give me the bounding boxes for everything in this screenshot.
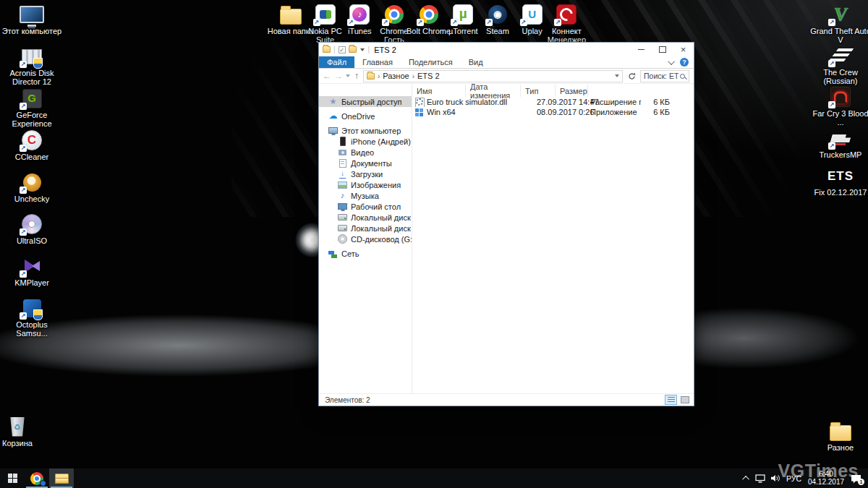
ribbon-tab[interactable]: Главная — [354, 56, 401, 68]
desktop-icon[interactable]: GeForce Experience — [0, 87, 64, 129]
close-button[interactable]: × — [673, 43, 694, 56]
tray-expand-icon[interactable] — [742, 476, 749, 483]
column-header[interactable]: Размер — [556, 85, 588, 97]
sidebar-item[interactable]: OneDrive — [319, 111, 412, 121]
maximize-button[interactable] — [652, 43, 673, 56]
history-dropdown-icon[interactable] — [346, 74, 350, 77]
volume-icon[interactable] — [771, 474, 780, 482]
desktop-icon[interactable]: KMPlayer — [0, 255, 64, 297]
clock-time: 6:40 — [807, 471, 845, 479]
desktop-icon[interactable]: The Crew (Russian) — [809, 45, 868, 86]
breadcrumb-item[interactable]: ›Разное — [378, 72, 409, 80]
shortcut-arrow-icon — [451, 19, 458, 26]
farcry-icon — [828, 86, 853, 108]
network-icon[interactable] — [755, 474, 765, 483]
ribbon-tab[interactable]: Поделиться — [401, 56, 461, 68]
start-button[interactable] — [0, 468, 25, 488]
refresh-icon[interactable] — [626, 70, 637, 82]
sidebar-item[interactable]: Быстрый доступ — [319, 96, 412, 107]
acronis-icon — [20, 46, 44, 67]
desktop-icon[interactable]: UltraISO — [0, 213, 64, 255]
breadcrumb-folder-icon — [367, 73, 375, 80]
chrome-icon — [382, 4, 407, 25]
clock[interactable]: 6:40 04.12.2017 — [807, 471, 845, 486]
desktop-icon-label: CCleaner — [1, 153, 63, 161]
desktop-icon[interactable]: Unchecky — [0, 171, 64, 213]
file-date: 08.09.2017 0:26 — [532, 108, 586, 116]
sidebar-item[interactable]: iPhone (Андрей) — [319, 136, 412, 147]
large-icons-view-button[interactable] — [678, 395, 691, 405]
sidebar-item[interactable]: Документы — [319, 158, 412, 168]
properties-icon[interactable] — [339, 46, 346, 53]
breadcrumb-item[interactable]: ›ETS 2 — [412, 72, 440, 80]
desktop-icon[interactable]: Grand Theft Auto V — [809, 4, 868, 45]
action-center-icon[interactable]: 1 — [851, 474, 862, 484]
sidebar-item[interactable]: Видео — [319, 147, 412, 158]
details-view-button[interactable] — [665, 395, 677, 405]
address-breadcrumb[interactable]: ›Разное ›ETS 2 — [363, 70, 623, 82]
this-pc-icon — [328, 126, 338, 135]
desktop-icon[interactable]: Chrome Гость — [377, 4, 412, 44]
sidebar-item[interactable]: Локальный диск (E:) — [319, 223, 412, 234]
up-button-icon[interactable]: ↑ — [354, 71, 359, 81]
sidebar-item[interactable]: Музыка — [319, 190, 412, 201]
column-header[interactable]: Дата изменения — [466, 85, 521, 97]
address-dropdown-icon[interactable] — [615, 74, 619, 77]
desktop-icon[interactable]: Acronis Disk Director 12 — [0, 46, 64, 87]
sidebar-item[interactable]: Изображения — [319, 179, 412, 190]
new-folder-icon[interactable] — [349, 46, 357, 53]
quick-access-icon — [328, 97, 338, 106]
qat-separator: | — [368, 46, 370, 53]
shortcut-arrow-icon — [485, 19, 493, 26]
sidebar-item[interactable]: Сеть — [319, 248, 412, 259]
sidebar-item[interactable]: Загрузки — [319, 168, 412, 179]
drive-icon — [338, 213, 347, 222]
misc-folder[interactable]: Разное — [820, 420, 861, 452]
sidebar-item[interactable]: Этот компьютер — [319, 125, 412, 136]
shortcut-arrow-icon — [20, 270, 27, 278]
file-row[interactable]: Win x64 08.09.2017 0:26 Приложение 6 КБ — [412, 107, 694, 117]
help-icon[interactable]: ? — [680, 58, 689, 67]
window-controls: × — [631, 43, 694, 56]
qat-dropdown-icon[interactable] — [360, 48, 365, 51]
back-button-icon[interactable]: ← — [323, 71, 331, 81]
ribbon-tabs: Файл Главная Поделиться Вид ? — [319, 56, 694, 69]
ets-shortcut-label[interactable]: Fix 02.12.2017 — [803, 188, 868, 197]
uplay-icon — [520, 4, 545, 25]
language-indicator[interactable]: РУС — [786, 474, 801, 483]
sidebar-item-label: iPhone (Андрей) — [351, 137, 411, 146]
file-row[interactable]: Euro truck simulator.dll 27.09.2017 14:4… — [412, 97, 694, 107]
desktop-icon[interactable]: Octoplus Samsu... — [0, 297, 64, 339]
desktop-icon-label: Разное — [820, 443, 861, 452]
desktop-icon[interactable]: Коннект Менеджер — [550, 4, 584, 44]
sidebar-item[interactable]: Рабочий стол — [319, 201, 412, 212]
desktop-icon[interactable]: µTorrent — [446, 4, 480, 44]
videos-icon — [338, 147, 347, 157]
desktop-icon[interactable]: Bolt Chrome — [412, 4, 446, 44]
recycle-bin[interactable]: Корзина — [0, 416, 38, 448]
title-bar[interactable]: | | ETS 2 × — [319, 43, 694, 56]
sidebar-item[interactable]: CD-дисковод (G:) — [319, 234, 412, 244]
forward-button-icon[interactable]: → — [334, 71, 343, 81]
sidebar-item[interactable]: Локальный диск (C:) — [319, 212, 412, 223]
taskbar-chrome-button[interactable] — [25, 468, 49, 488]
ribbon-tab[interactable]: Файл — [319, 56, 354, 68]
file-date: 27.09.2017 14:47 — [532, 98, 586, 106]
ribbon-collapse-icon[interactable] — [668, 58, 675, 65]
desktop-icon[interactable]: Far Cry 3 Blood ... — [809, 86, 868, 127]
app-file-icon — [414, 108, 424, 117]
desktop-icon[interactable]: Этот компьютер — [0, 4, 64, 46]
column-header[interactable]: Тип — [521, 85, 556, 97]
desktop-icon[interactable]: CCleaner — [0, 129, 64, 171]
column-header[interactable]: Имя — [412, 85, 466, 97]
desktop-icon[interactable]: TruckersMP — [809, 127, 868, 168]
taskbar-explorer-button[interactable] — [49, 468, 74, 488]
ets-shortcut[interactable]: ETS — [809, 169, 868, 184]
minimize-button[interactable] — [631, 43, 652, 56]
desktop-icons-top-row: Новая папка Nokia PC Suite iTunes Chrome… — [273, 4, 584, 44]
desktop-icon[interactable]: Nokia PC Suite — [308, 4, 343, 44]
ribbon-tab[interactable]: Вид — [461, 56, 491, 68]
desktop-icon[interactable]: Steam — [480, 4, 515, 44]
breadcrumb: ›Разное ›ETS 2 — [378, 72, 440, 80]
search-box[interactable] — [640, 70, 689, 82]
